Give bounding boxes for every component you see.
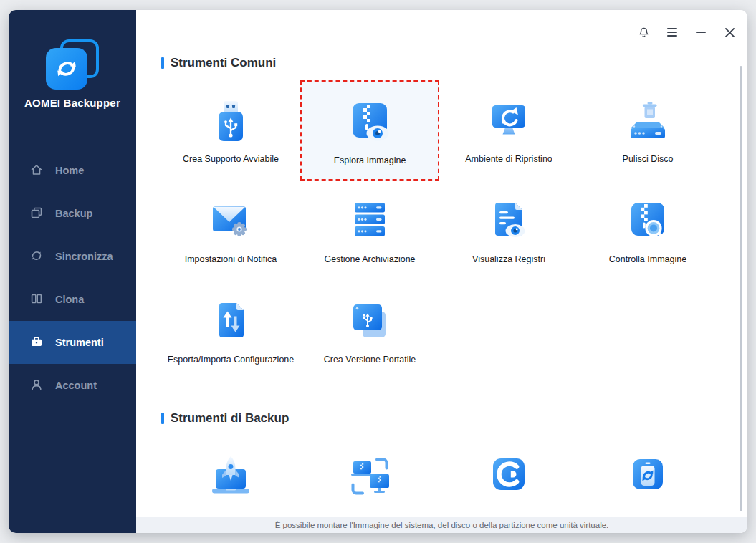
check-image-icon <box>623 197 672 246</box>
portable-version-icon <box>345 297 394 346</box>
sidebar-item-label: Backup <box>55 208 92 219</box>
tool-crea-supporto-avviabile[interactable]: Crea Supporto Avviabile <box>161 80 300 181</box>
section-accent-bar <box>161 57 164 69</box>
brand-title: AOMEI Backupper <box>9 97 136 109</box>
sidebar-item-label: Strumenti <box>55 337 104 348</box>
sidebar-item-account[interactable]: Account <box>9 364 136 407</box>
notification-settings-icon <box>206 197 255 246</box>
section-accent-bar <box>161 413 164 424</box>
tool-label: Pulisci Disco <box>623 154 674 164</box>
tool-label: Esplora Immagine <box>334 155 406 165</box>
tool-label: Gestione Archiviazione <box>324 254 415 264</box>
section-title: Strumenti Comuni <box>171 56 276 70</box>
tool-label: Crea Versione Portatile <box>324 355 416 365</box>
sync-arrows-logo-icon <box>46 48 87 90</box>
sync-icon <box>29 249 44 265</box>
usb-bootable-icon <box>206 97 255 145</box>
sidebar-item-label: Account <box>55 380 97 391</box>
sidebar-item-label: Clona <box>55 294 84 305</box>
tools-content: Strumenti Comuni <box>136 56 747 533</box>
phone-backup-icon <box>623 452 672 501</box>
bell-icon[interactable] <box>637 26 650 39</box>
sidebar: AOMEI Backupper Home Backup <box>9 10 136 533</box>
close-icon[interactable] <box>723 26 736 39</box>
export-import-config-icon <box>206 297 255 346</box>
app-logo <box>46 39 99 90</box>
titlebar-controls <box>637 26 736 39</box>
sidebar-item-strumenti[interactable]: Strumenti <box>9 321 136 364</box>
laptop-rocket-icon <box>206 452 255 501</box>
minimize-icon[interactable] <box>694 26 707 39</box>
tool-pulisci-disco[interactable]: Pulisci Disco <box>578 80 717 181</box>
view-logs-icon <box>484 197 533 246</box>
tool-esporta-importa-configurazione[interactable]: Esporta/Importa Configurazione <box>161 281 300 381</box>
sidebar-item-label: Sincronizza <box>55 251 113 262</box>
wipe-disk-icon <box>623 97 672 145</box>
app-window: AOMEI Backupper Home Backup <box>9 10 747 533</box>
tool-label: Impostazioni di Notifica <box>185 254 277 264</box>
sidebar-item-clona[interactable]: Clona <box>9 278 136 321</box>
tool-label: Crea Supporto Avviabile <box>183 154 279 164</box>
sidebar-item-backup[interactable]: Backup <box>9 192 136 235</box>
status-text: È possibile montare l'Immagine del siste… <box>275 521 609 529</box>
tool-ambiente-di-ripristino[interactable]: Ambiente di Ripristino <box>439 80 578 181</box>
tool-label: Ambiente di Ripristino <box>465 154 552 164</box>
tool-esplora-immagine[interactable]: Esplora Immagine <box>300 80 439 181</box>
tool-visualizza-registri[interactable]: Visualizza Registri <box>439 181 578 281</box>
tool-crea-versione-portatile[interactable]: Crea Versione Portatile <box>300 281 439 381</box>
section-header-strumenti-di-backup: Strumenti di Backup <box>161 411 747 426</box>
backup-icon <box>29 206 44 222</box>
tool-controlla-immagine[interactable]: Controlla Immagine <box>578 181 717 281</box>
device-transfer-icon <box>345 452 394 501</box>
tool-gestione-archiviazione[interactable]: Gestione Archiviazione <box>300 181 439 281</box>
vertical-scrollbar[interactable] <box>740 66 742 511</box>
tool-label: Esporta/Importa Configurazione <box>168 355 294 365</box>
main-panel: Strumenti Comuni <box>136 10 747 533</box>
status-bar: È possibile montare l'Immagine del siste… <box>136 517 747 533</box>
recovery-environment-icon <box>484 97 533 145</box>
tool-label: Visualizza Registri <box>472 254 545 264</box>
cyber-backup-icon <box>484 452 533 501</box>
user-icon <box>29 378 44 394</box>
storage-management-icon <box>345 197 394 246</box>
clone-icon <box>29 292 44 308</box>
section-header-strumenti-comuni: Strumenti Comuni <box>161 56 747 70</box>
tool-label: Controlla Immagine <box>609 254 686 264</box>
sidebar-item-sincronizza[interactable]: Sincronizza <box>9 235 136 278</box>
sidebar-item-home[interactable]: Home <box>9 149 136 192</box>
common-tools-grid: Crea Supporto Avviabile <box>161 80 747 381</box>
tool-impostazioni-di-notifica[interactable]: Impostazioni di Notifica <box>161 181 300 281</box>
sidebar-nav: Home Backup Sinc <box>9 149 136 407</box>
menu-icon[interactable] <box>666 26 679 39</box>
home-icon <box>29 163 44 179</box>
section-title: Strumenti di Backup <box>171 411 289 426</box>
sidebar-item-label: Home <box>55 165 84 176</box>
image-explore-icon <box>345 98 394 147</box>
toolbox-icon <box>29 335 44 351</box>
